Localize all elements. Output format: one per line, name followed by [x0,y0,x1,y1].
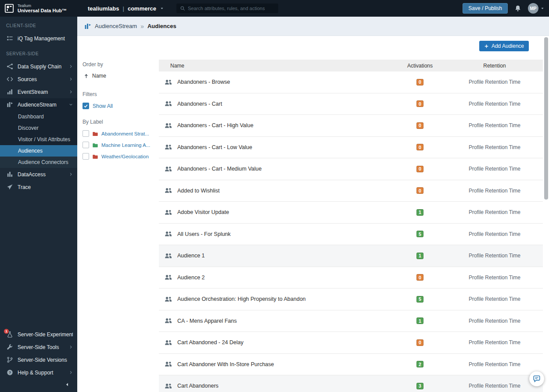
label-name[interactable]: Weather/Geolocation [101,154,149,159]
show-all-filter[interactable]: Show All [83,103,159,109]
breadcrumb-audiencestream[interactable]: AudienceStream [95,23,137,29]
sidebar-item-iconwrap [7,171,13,178]
sidebar-item-data-supply-chain[interactable]: Data Supply Chain [0,60,77,73]
chevron-right-icon [69,77,73,81]
sidebar-item-audience-connectors[interactable]: Audience Connectors [0,157,77,168]
table-row[interactable]: Abandoners - Cart - Medium Value0Profile… [159,158,543,180]
audience-name: Abandoners - Cart - High Value [177,122,394,128]
scrollbar-thumb[interactable] [544,37,548,200]
scrollbar-track[interactable] [544,37,548,374]
sidebar-item-dataaccess[interactable]: DataAccess [0,168,77,181]
label-filter-abandonment-strat[interactable]: Abandonment Strat... [83,130,159,137]
chevron-right-icon [69,345,73,349]
sidebar-bottom: 1Server-Side ExperimentsServer-Side Tool… [0,328,77,392]
chat-button[interactable] [529,371,544,386]
sidebar-item-server-side-experiments[interactable]: 1Server-Side Experiments [0,328,77,341]
sidebar-item-label: AudienceStream [18,102,65,108]
retention-cell: Profile Retention Time [446,339,543,346]
table-row[interactable]: Cart Abandoner With In-Store Purchase2Pr… [159,354,543,376]
caret-down-icon [540,6,545,11]
audience-name: Abandoners - Cart - Low Value [177,144,394,150]
column-header-retention: Retention [446,63,543,69]
user-menu[interactable]: MP [528,3,545,14]
table-row[interactable]: Adobe Visitor Update1Profile Retention T… [159,202,543,224]
label-checkbox[interactable] [83,130,89,137]
label-checkbox[interactable] [83,142,89,148]
activations-cell: 1 [394,209,446,216]
svg-text:?: ? [9,371,11,375]
users-icon [159,78,177,86]
table-header: Name Activations Retention [159,60,543,71]
chat-icon [533,375,541,383]
sidebar-item-label: Audiences [18,148,43,154]
chevron-right-icon [69,90,73,94]
table-row[interactable]: Audience 20Profile Retention Time [159,267,543,289]
dataaccess-icon [7,171,13,178]
table-row[interactable]: Cart Abandoners3Profile Retention Time [159,375,543,392]
sidebar-item-help-support[interactable]: ?Help & Support [0,366,77,379]
order-by-value: Name [92,73,106,79]
caret-down-icon [160,6,164,11]
audience-name: Abandoners - Browse [177,79,394,85]
avatar: MP [528,3,538,14]
order-by-name-control[interactable]: Name [83,73,159,79]
label-checkbox[interactable] [83,153,89,160]
retention-cell: Profile Retention Time [446,361,543,367]
label-name[interactable]: Machine Learning A... [101,143,150,148]
activations-badge: 1 [416,209,423,216]
sidebar-item-sources[interactable]: Sources [0,73,77,86]
save-publish-button[interactable]: Save / Publish [463,3,508,14]
label-filter-weather-geolocation[interactable]: Weather/Geolocation [83,153,159,160]
sidebar-item-label: Sources [18,76,65,82]
sidebar-section-server-side: SERVER-SIDE [0,45,77,60]
activations-cell: 0 [394,100,446,107]
show-all-checkbox[interactable] [83,103,89,109]
chevron-down-icon [69,103,73,107]
label-name[interactable]: Abandonment Strat... [101,131,149,136]
activations-badge: 3 [416,383,423,389]
retention-cell: Profile Retention Time [446,79,543,85]
sidebar-item-dashboard[interactable]: Dashboard [0,111,77,122]
tag-management-icon [7,35,13,42]
topbar-right: Save / Publish MP [463,3,549,14]
activations-badge: 1 [416,317,423,324]
sidebar-item-audiencestream[interactable]: AudienceStream [0,98,77,111]
retention-cell: Profile Retention Time [446,383,543,389]
activations-badge: 5 [416,296,423,303]
sidebar-item-trace[interactable]: Trace [0,181,77,193]
search-input[interactable] [188,6,275,11]
sidebar-item-discover[interactable]: Discover [0,122,77,134]
activations-badge: 5 [416,231,423,237]
table-row[interactable]: Abandoners - Browse0Profile Retention Ti… [159,71,543,93]
sidebar-item-audiences[interactable]: Audiences [0,145,77,157]
global-search[interactable] [176,4,278,13]
table-row[interactable]: All Users - For Splunk5Profile Retention… [159,224,543,246]
sidebar-item-server-side-tools[interactable]: Server-Side Tools [0,341,77,353]
users-icon [159,274,177,281]
table-row[interactable]: Abandoners - Cart0Profile Retention Time [159,93,543,115]
table-row[interactable]: Audience 11Profile Retention Time [159,245,543,267]
label-filter-machine-learning-a[interactable]: Machine Learning A... [83,142,159,148]
activations-badge: 0 [416,100,423,107]
chevron-right-icon [69,64,73,68]
sidebar-item-label: Server-Side Experiments [18,331,73,338]
account-profile-switcher[interactable]: tealiumlabs | commerce [88,5,164,12]
plus-icon [484,44,489,49]
users-icon [159,360,177,368]
audience-name: Cart Abandoner With In-Store Purchase [177,361,394,367]
table-row[interactable]: Abandoners - Cart - High Value0Profile R… [159,115,543,137]
table-row[interactable]: CA - Mens Apparel Fans1Profile Retention… [159,310,543,332]
table-row[interactable]: Cart Abandoned - 24 Delay0Profile Retent… [159,332,543,354]
sidebar-item-eventstream[interactable]: EventStream [0,86,77,98]
add-audience-button[interactable]: Add Audience [479,41,529,51]
table-row[interactable]: Abandoners - Cart - Low Value0Profile Re… [159,137,543,159]
activations-cell: 0 [394,122,446,129]
table-row[interactable]: Audience Orchestration: High Propensity … [159,289,543,310]
table-row[interactable]: Added to Wishlist0Profile Retention Time [159,180,543,202]
sidebar-collapse-button[interactable] [0,379,77,390]
sidebar-item-server-side-versions[interactable]: Server-Side Versions [0,353,77,366]
bell-icon[interactable] [514,5,521,12]
sidebar-item-iq-tag-management[interactable]: iQ Tag Management [0,32,77,45]
sidebar-item-visitor-visit-attributes[interactable]: Visitor / Visit Attributes [0,134,77,145]
audiencestream-icon [84,23,91,30]
